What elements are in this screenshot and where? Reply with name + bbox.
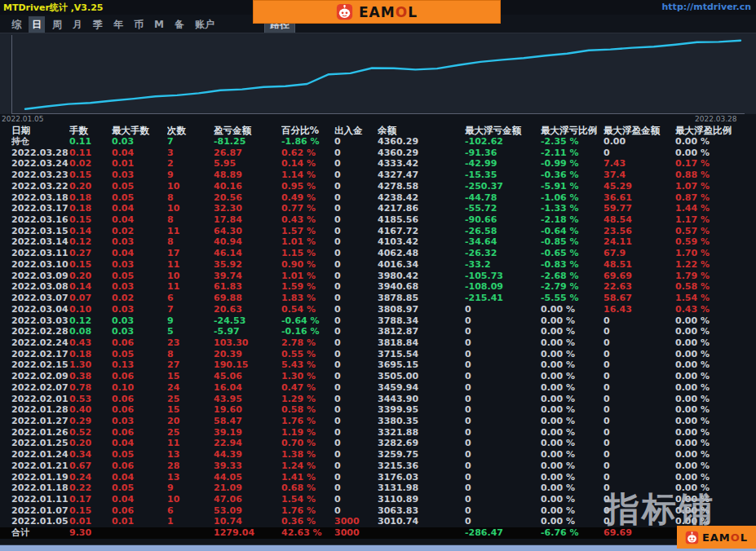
value-cell: 0.06 [112, 337, 167, 349]
value-cell: 0.00 % [541, 494, 603, 505]
menu-item-5[interactable]: 季 [90, 16, 106, 33]
value-cell: 190.15 [214, 359, 281, 371]
value-cell: 47.06 [214, 494, 281, 505]
value-cell: -0.65 % [541, 248, 603, 259]
table-row[interactable]: 2022.02.070.780.102416.040.47 %03459.940… [0, 382, 756, 394]
table-row[interactable]: 2022.01.250.200.041122.940.70 %03282.690… [0, 438, 756, 449]
value-cell: 0 [334, 293, 378, 304]
menu-item-7[interactable]: 币 [130, 16, 147, 33]
value-cell: 103.30 [214, 337, 281, 349]
eamol-banner-bottom[interactable]: EAMOL [677, 526, 756, 549]
date-cell: 持仓 [11, 136, 69, 148]
table-row[interactable]: 2022.03.230.150.03948.891.14 %04327.47-1… [0, 170, 756, 181]
menu-item-1[interactable]: 综 [8, 16, 24, 33]
value-cell: 0 [465, 416, 541, 427]
value-cell: 0.00 % [541, 315, 603, 327]
date-cell: 2022.03.10 [11, 259, 69, 271]
menu-item-10[interactable]: 账户 [192, 16, 218, 33]
table-row[interactable]: 2022.03.070.070.02669.881.83 %03878.85-2… [0, 293, 756, 304]
table-row[interactable]: 2022.01.210.670.062839.331.24 %03215.360… [0, 461, 756, 472]
value-cell: 0.03 [112, 326, 167, 337]
table-row[interactable]: 2022.03.080.140.031161.831.59 %03940.68-… [0, 281, 756, 293]
value-cell: 0.00 % [675, 382, 756, 394]
value-cell: 0 [465, 483, 541, 494]
column-header: 次数 [167, 125, 214, 136]
table-row[interactable]: 2022.02.151.300.1327190.155.43 %03695.15… [0, 359, 756, 371]
value-cell: 0 [603, 394, 675, 405]
value-cell: 1.24 % [281, 461, 334, 472]
value-cell: 0 [334, 349, 378, 360]
table-row[interactable]: 2022.03.160.150.04817.840.43 %04185.56-9… [0, 214, 756, 226]
value-cell: 58.47 [214, 416, 281, 427]
value-cell: 1.01 % [281, 236, 334, 248]
value-cell: -2.35 % [541, 136, 603, 148]
menu-item-8[interactable]: M [151, 17, 167, 32]
date-cell: 2022.01.19 [11, 472, 69, 483]
value-cell: 0.00 % [675, 394, 756, 405]
table-row[interactable]: 2022.03.150.140.021164.301.57 %04167.72-… [0, 226, 756, 237]
value-cell: 10 [167, 494, 214, 505]
table-row[interactable]: 2022.02.090.380.061545.061.30 %03505.000… [0, 371, 756, 382]
table-row[interactable]: 2022.02.010.530.062543.951.29 %03443.900… [0, 394, 756, 405]
value-cell: 13 [167, 472, 214, 483]
value-cell: 53.09 [214, 505, 281, 517]
value-cell: -33.2 [465, 259, 541, 271]
value-cell: 0.04 [112, 214, 167, 226]
table-row[interactable]: 2022.03.100.150.031135.920.90 %04016.34-… [0, 259, 756, 271]
table-row[interactable]: 2022.03.240.020.0125.950.14 %04333.42-42… [0, 158, 756, 170]
table-row[interactable]: 2022.03.030.120.039-24.53-0.64 %03788.34… [0, 315, 756, 327]
value-cell: 0 [603, 461, 675, 472]
table-row[interactable]: 2022.03.110.270.041746.141.15 %04062.48-… [0, 248, 756, 259]
value-cell: 3459.94 [378, 382, 465, 394]
value-cell: 0.14 [69, 226, 112, 237]
table-row[interactable]: 2022.02.240.430.0623103.302.78 %03818.84… [0, 337, 756, 349]
table-row[interactable]: 2022.02.170.180.05820.390.55 %03715.5400… [0, 349, 756, 360]
value-cell: 37.4 [603, 170, 675, 181]
value-cell: 0 [603, 449, 675, 461]
value-cell: 0 [465, 315, 541, 327]
value-cell: 0.00 % [541, 472, 603, 483]
value-cell: 0 [603, 148, 675, 159]
table-row[interactable]: 2022.02.280.080.035-5.97-0.16 %03812.870… [0, 326, 756, 337]
table-row[interactable]: 2022.01.270.290.032058.471.76 %03380.350… [0, 416, 756, 427]
value-cell: 5.43 % [281, 359, 334, 371]
table-row[interactable]: 2022.03.220.200.051040.160.95 %04278.58-… [0, 181, 756, 192]
table-row[interactable]: 2022.01.280.400.061519.600.58 %03399.950… [0, 404, 756, 416]
value-cell: 3131.98 [378, 483, 465, 494]
value-cell: 0.05 [112, 181, 167, 192]
value-cell: 11 [167, 259, 214, 271]
value-cell: 0.90 % [281, 259, 334, 271]
website-link[interactable]: http://mtdriver.cn [662, 2, 751, 12]
date-cell: 2022.02.24 [11, 337, 69, 349]
value-cell: 0.00 % [541, 349, 603, 360]
menu-item-3[interactable]: 周 [49, 16, 65, 33]
menu-item-9[interactable]: 备 [171, 16, 188, 33]
value-cell: 0 [334, 438, 378, 449]
table-row[interactable]: 2022.03.040.100.03720.630.54 %03808.9700… [0, 304, 756, 315]
menu-item-2[interactable]: 日 [29, 16, 45, 33]
value-cell: 16.04 [214, 382, 281, 394]
value-cell: 32.30 [214, 203, 281, 214]
table-row[interactable]: 2022.03.140.120.03840.941.01 %04103.42-3… [0, 236, 756, 248]
table-row[interactable]: 2022.01.190.240.041344.051.41 %03176.030… [0, 472, 756, 483]
table-row[interactable]: 2022.03.090.200.051039.741.01 %03980.42-… [0, 271, 756, 282]
value-cell: 40.94 [214, 236, 281, 248]
equity-chart-panel [0, 33, 756, 114]
table-row[interactable]: 2022.03.180.180.05820.560.49 %04238.42-4… [0, 192, 756, 204]
value-cell: 1.15 % [281, 248, 334, 259]
table-row[interactable]: 2022.01.260.520.062539.191.19 %03321.880… [0, 427, 756, 439]
value-cell: 0.47 % [281, 382, 334, 394]
value-cell: 3399.95 [378, 404, 465, 416]
value-cell: -250.37 [465, 181, 541, 192]
value-cell: 0 [465, 427, 541, 439]
value-cell: 0.15 [69, 214, 112, 226]
menu-item-6[interactable]: 年 [110, 16, 126, 33]
table-row[interactable]: 持仓0.110.037-81.25-1.86 %04360.29-102.62-… [0, 136, 756, 148]
value-cell: 20 [167, 416, 214, 427]
table-row[interactable]: 2022.01.240.340.051344.391.38 %03259.750… [0, 449, 756, 461]
table-row[interactable]: 2022.03.280.110.04326.870.62 %04360.29-9… [0, 148, 756, 159]
eamol-banner-top[interactable]: EAMOL [253, 0, 501, 24]
value-cell: -2.68 % [541, 271, 603, 282]
menu-item-4[interactable]: 月 [69, 16, 86, 33]
table-row[interactable]: 2022.03.170.180.041032.300.77 %04217.86-… [0, 203, 756, 214]
